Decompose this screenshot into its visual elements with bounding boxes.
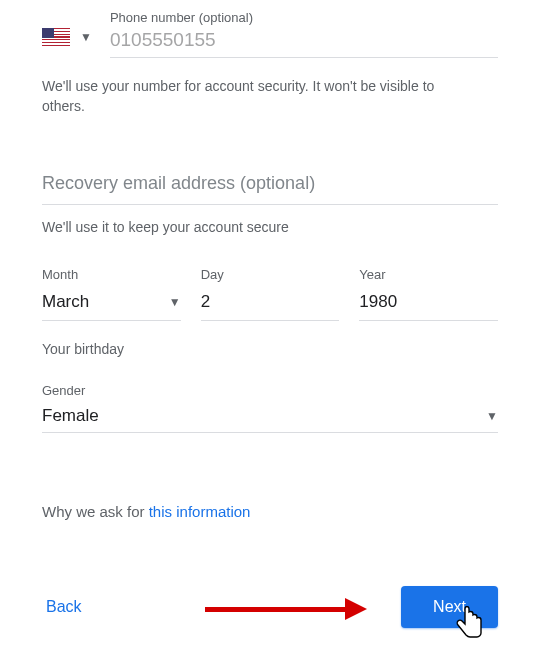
month-select[interactable]: March ▼	[42, 292, 181, 321]
gender-label: Gender	[42, 383, 498, 398]
recovery-email-input[interactable]	[42, 167, 498, 205]
day-input[interactable]	[201, 292, 340, 312]
phone-value-obscured: 0105550155	[110, 27, 498, 53]
back-button[interactable]: Back	[42, 590, 86, 624]
why-we-ask: Why we ask for this information	[42, 503, 498, 520]
recovery-block: We'll use it to keep your account secure	[42, 167, 498, 235]
gender-block: Gender Female ▼	[42, 383, 498, 433]
next-button[interactable]: Next	[401, 586, 498, 628]
flag-us-icon	[42, 28, 70, 46]
gender-select[interactable]: Female ▼	[42, 406, 498, 433]
country-picker[interactable]: ▼	[42, 28, 92, 58]
day-field: Day	[201, 267, 340, 321]
gender-value: Female	[42, 406, 99, 426]
button-row: Back Next	[42, 586, 498, 628]
chevron-down-icon: ▼	[169, 295, 181, 309]
phone-input[interactable]: Phone number (optional) 0105550155	[110, 10, 498, 58]
month-value: March	[42, 292, 89, 312]
year-field: Year	[359, 267, 498, 321]
dob-row: Month March ▼ Day Year	[42, 267, 498, 321]
month-field: Month March ▼	[42, 267, 181, 321]
year-input[interactable]	[359, 292, 498, 312]
year-label: Year	[359, 267, 498, 282]
month-label: Month	[42, 267, 181, 282]
why-prefix: Why we ask for	[42, 503, 149, 520]
recovery-helper: We'll use it to keep your account secure	[42, 219, 498, 235]
why-link[interactable]: this information	[149, 503, 251, 520]
phone-row: ▼ Phone number (optional) 0105550155	[42, 10, 498, 58]
phone-label: Phone number (optional)	[110, 10, 498, 25]
birthday-caption: Your birthday	[42, 341, 498, 357]
chevron-down-icon: ▼	[80, 30, 92, 44]
chevron-down-icon: ▼	[486, 409, 498, 423]
day-label: Day	[201, 267, 340, 282]
phone-helper: We'll use your number for account securi…	[42, 76, 462, 117]
